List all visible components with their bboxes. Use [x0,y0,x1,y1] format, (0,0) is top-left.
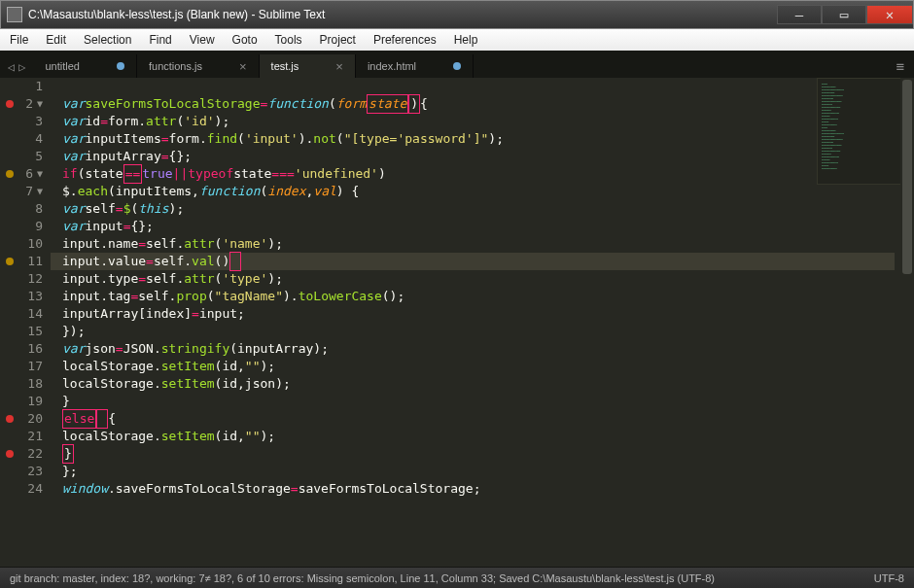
menu-file[interactable]: File [10,33,28,47]
code-line[interactable]: else { [51,410,895,428]
line-number: 19 [27,393,43,410]
gutter-line[interactable]: 15 [4,323,43,340]
line-number: 4 [35,130,43,148]
code-line[interactable]: }); [51,323,895,340]
tab-row: ◁ ▷ untitledfunctions.js×test.js×index.h… [0,51,914,78]
gutter-line[interactable]: 3 [4,113,43,130]
code-line[interactable]: var input = {}; [51,218,895,235]
code-line[interactable]: input.tag = self.prop("tagName").toLower… [51,288,895,305]
hamburger-icon[interactable]: ≡ [896,58,914,78]
gutter-line[interactable]: 5 [4,148,43,165]
code-line[interactable] [51,78,895,95]
tab-label: test.js [271,60,299,72]
tab-index-html[interactable]: index.html [356,54,474,78]
red-mark-icon [6,100,14,108]
maximize-button[interactable]: ▭ [822,5,866,24]
tab-nav-arrows: ◁ ▷ [0,60,33,78]
code-line[interactable]: var self = $(this); [51,200,895,218]
editor[interactable]: 12▼3456▼7▼891011121314151617181920212223… [0,78,914,567]
menu-project[interactable]: Project [320,33,356,47]
nav-forward-icon[interactable]: ▷ [18,60,25,74]
fold-icon[interactable]: ▼ [37,183,43,200]
menu-tools[interactable]: Tools [275,33,302,47]
code-line[interactable]: inputArray[index] = input; [51,305,895,323]
gutter-line[interactable]: 17 [4,358,43,375]
line-number: 6 [25,165,33,183]
gutter-line[interactable]: 4 [4,130,43,148]
menu-preferences[interactable]: Preferences [373,33,437,47]
dirty-dot-icon [453,62,461,70]
gutter-line[interactable]: 18 [4,375,43,393]
gutter-line[interactable]: 9 [4,218,43,235]
gutter-line[interactable]: 11 [4,253,43,270]
code-line[interactable]: var json = JSON.stringify(inputArray); [51,340,895,358]
code-line[interactable]: window.saveFormsToLocalStorage = saveFor… [51,480,895,498]
menu-edit[interactable]: Edit [46,33,66,47]
code-area[interactable]: var saveFormsToLocalStorage = function(f… [51,78,914,567]
code-line[interactable]: var inputArray = {}; [51,148,895,165]
code-line[interactable]: localStorage.setItem(id , ""); [51,428,895,445]
gutter-line[interactable]: 13 [4,288,43,305]
code-line[interactable]: $.each(inputItems, function(index, val) … [51,183,895,200]
close-button[interactable]: ✕ [866,5,913,24]
gutter-line[interactable]: 8 [4,200,43,218]
tab-untitled[interactable]: untitled [33,54,136,78]
tab-functions-js[interactable]: functions.js× [137,54,260,78]
line-number: 16 [27,340,43,358]
vertical-scrollbar[interactable] [900,78,914,567]
close-icon[interactable]: × [335,59,343,74]
gutter-line[interactable]: 23 [4,463,43,480]
code-line[interactable]: var inputItems = form.find('input').not(… [51,130,895,148]
nav-back-icon[interactable]: ◁ [8,60,15,74]
menu-selection[interactable]: Selection [84,33,131,47]
code-line[interactable]: } [51,445,895,463]
gutter-line[interactable]: 7▼ [4,183,43,200]
line-number: 2 [25,95,33,113]
fold-icon[interactable]: ▼ [37,165,43,183]
status-left[interactable]: git branch: master, index: 18?, working:… [10,572,715,584]
line-number: 17 [27,358,43,375]
menu-find[interactable]: Find [149,33,171,47]
gutter-line[interactable]: 16 [4,340,43,358]
gutter-line[interactable]: 20 [4,410,43,428]
fold-icon[interactable]: ▼ [37,95,43,113]
code-line[interactable]: input.value = self.val() [51,253,895,270]
code-line[interactable]: if (state == true || typeof state === 'u… [51,165,895,183]
code-line[interactable]: var saveFormsToLocalStorage = function(f… [51,95,895,113]
minimap[interactable]: ▬▬▬▬▬▬▬▬▬▬▬▬▬▬▬▬▬▬▬▬▬▬▬▬▬▬▬▬▬▬▬▬▬▬▬▬▬▬▬▬… [817,78,914,185]
gutter-line[interactable]: 6▼ [4,165,43,183]
gutter-line[interactable]: 2▼ [4,95,43,113]
code-line[interactable]: localStorage.setItem(id , ""); [51,358,895,375]
gutter-line[interactable]: 1 [4,78,43,95]
menu-view[interactable]: View [190,33,215,47]
menu-goto[interactable]: Goto [232,33,258,47]
gutter-line[interactable]: 10 [4,235,43,253]
tab-label: functions.js [149,60,202,72]
gutter[interactable]: 12▼3456▼7▼891011121314151617181920212223… [0,78,51,567]
line-number: 11 [27,253,43,270]
code-line[interactable]: input.name = self.attr('name'); [51,235,895,253]
code-line[interactable]: }; [51,463,895,480]
tab-test-js[interactable]: test.js× [260,54,356,78]
minimize-button[interactable]: — [777,5,822,24]
menu-help[interactable]: Help [454,33,478,47]
gutter-line[interactable]: 24 [4,480,43,498]
line-number: 12 [27,270,43,288]
code-line[interactable]: localStorage.setItem(id , json); [51,375,895,393]
gutter-line[interactable]: 21 [4,428,43,445]
code-line[interactable]: } [51,393,895,410]
code-line[interactable]: input.type = self.attr('type'); [51,270,895,288]
scrollbar-thumb[interactable] [902,80,912,274]
gutter-line[interactable]: 22 [4,445,43,463]
tab-label: untitled [45,60,79,72]
line-number: 24 [27,480,43,498]
yellow-mark-icon [6,170,14,178]
gutter-line[interactable]: 12 [4,270,43,288]
gutter-line[interactable]: 14 [4,305,43,323]
status-right[interactable]: UTF-8 [874,572,904,584]
window-title: C:\Masaustu\blank-less\test.js (Blank ne… [28,8,325,21]
dirty-dot-icon [117,62,124,70]
gutter-line[interactable]: 19 [4,393,43,410]
code-line[interactable]: var id = form.attr('id'); [51,113,895,130]
close-icon[interactable]: × [239,59,247,74]
